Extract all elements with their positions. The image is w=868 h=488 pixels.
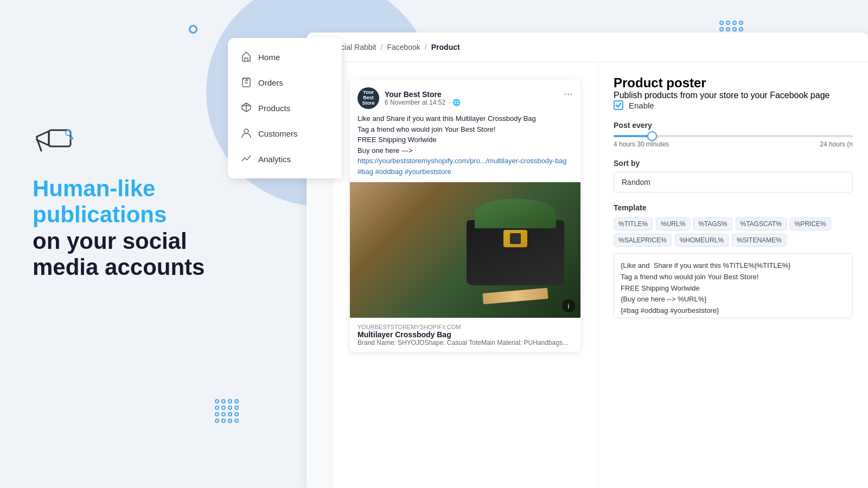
shopify-sidebar: Home Orders Products (228, 38, 342, 178)
enable-label: Enable (629, 101, 654, 110)
orders-icon (241, 76, 252, 89)
svg-point-5 (70, 137, 73, 140)
fb-post-header: YourBestStore Your Best Store 6 November… (350, 80, 580, 113)
fb-hashtags[interactable]: #bag #oddbag #yourbeststore (358, 168, 451, 176)
tag-sitename[interactable]: %SITENAME% (732, 234, 787, 247)
fb-link-domain: YOURBESTSTOREMYSHOPIFY.COM (358, 324, 573, 330)
headline: Human-like publications on your social m… (33, 176, 206, 280)
fb-post-user: YourBestStore Your Best Store 6 November… (358, 87, 461, 109)
svg-rect-0 (49, 130, 71, 146)
tag-tagscat[interactable]: %TAGSCAT% (736, 217, 787, 230)
fb-post-text: Like and Share if you want this Multilay… (350, 113, 580, 182)
tag-saleprice[interactable]: %SALEPRICE% (614, 234, 672, 247)
settings-title: Product poster (614, 75, 853, 91)
enable-checkbox[interactable] (614, 100, 623, 110)
products-icon (241, 102, 252, 114)
fb-post-link-preview: YOURBESTSTOREMYSHOPIFY.COM Multilayer Cr… (350, 318, 580, 352)
fb-post-image: i (350, 182, 580, 318)
tag-title[interactable]: %TITLE% (614, 217, 653, 230)
customers-icon (241, 127, 252, 140)
slider-container (614, 135, 853, 137)
template-section: Template %TITLE% %URL% %TAGS% %TAGSCAT% … (614, 203, 853, 320)
sort-by-label: Sort by (614, 159, 853, 168)
fb-avatar: YourBestStore (358, 87, 379, 109)
nav-item-analytics[interactable]: Analytics (228, 146, 342, 172)
fb-username: Your Best Store (385, 90, 461, 99)
breadcrumb-sep-1: / (381, 43, 383, 52)
tag-price[interactable]: %PRICE% (790, 217, 831, 230)
nav-item-home[interactable]: Home (228, 44, 342, 70)
slider-fill (614, 135, 649, 137)
nav-item-orders[interactable]: Orders (228, 70, 342, 95)
fb-product-link[interactable]: https://yourbeststoremyshopify.com/pro..… (358, 157, 567, 165)
breadcrumb-product: Product (431, 43, 460, 52)
fb-link-desc: Brand Name: SHYOJOShape: Casual ToteMain… (358, 339, 573, 346)
tag-homeurl[interactable]: %HOMEURL% (675, 234, 729, 247)
post-preview-column: YourBestStore Your Best Store 6 November… (333, 62, 598, 488)
breadcrumb: Social Rabbit / Facebook / Product (307, 33, 868, 62)
sort-by-dropdown[interactable]: Random Newest Oldest Price: Low to High … (614, 172, 853, 192)
slider-labels: 4 hours 30 minutes 24 hours (n (614, 140, 853, 148)
breadcrumb-sep-2: / (425, 43, 427, 52)
tag-tags[interactable]: %TAGS% (693, 217, 732, 230)
template-tags: %TITLE% %URL% %TAGS% %TAGSCAT% %PRICE% %… (614, 217, 853, 247)
post-every-section: Post every 4 hours 30 minutes 24 hours (… (614, 121, 853, 148)
analytics-icon (241, 153, 252, 165)
post-every-label: Post every (614, 121, 853, 130)
template-textarea[interactable]: {Like and Share if you want this %TITLE%… (614, 253, 853, 318)
tag-url[interactable]: %URL% (656, 217, 690, 230)
slider-thumb[interactable] (647, 131, 657, 141)
fb-timestamp: 6 November at 14:52 · 🌐 (385, 99, 461, 106)
breadcrumb-facebook[interactable]: Facebook (387, 43, 420, 52)
main-app-panel: Social Rabbit / Facebook / Product (307, 33, 868, 488)
slider-track (614, 135, 853, 137)
dot-decoration-top (189, 25, 197, 34)
enable-row: Enable (614, 100, 853, 110)
fb-more-button[interactable]: ··· (564, 87, 573, 100)
image-info-button[interactable]: i (562, 299, 575, 312)
config-column: Product poster Publish products from you… (598, 62, 868, 488)
dot-grid-bottom-left (215, 399, 239, 423)
left-section: Human-like publications on your social m… (33, 119, 206, 280)
megaphone-icon (33, 119, 206, 165)
right-body: YourBestStore Your Best Store 6 November… (307, 62, 868, 488)
slider-min-label: 4 hours 30 minutes (614, 140, 669, 148)
facebook-post-card: YourBestStore Your Best Store 6 November… (350, 80, 580, 352)
slider-max-label: 24 hours (n (820, 140, 853, 148)
nav-item-products[interactable]: Products (228, 95, 342, 121)
svg-point-12 (244, 129, 248, 133)
fb-link-title: Multilayer Crossbody Bag (358, 330, 573, 339)
template-label: Template (614, 203, 853, 212)
nav-item-customers[interactable]: Customers (228, 121, 342, 146)
home-icon (241, 51, 252, 63)
sort-by-section: Sort by Random Newest Oldest Price: Low … (614, 159, 853, 192)
settings-subtitle: Publish products from your store to your… (614, 91, 853, 100)
